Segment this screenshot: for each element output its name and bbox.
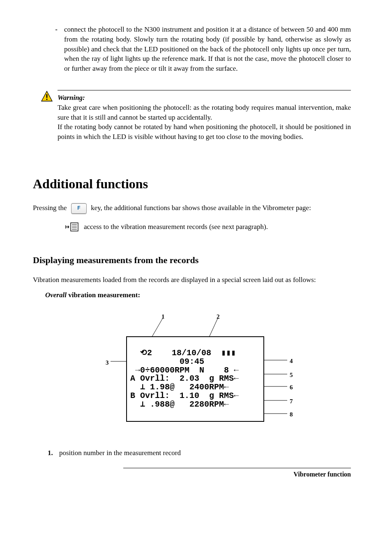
f-key-icon: F — [71, 203, 87, 214]
svg-line-8 — [151, 318, 163, 339]
lcd-row-1: ⟲2 18/10/08 ▮▮▮ — [130, 348, 236, 358]
list-item-number: 1. — [48, 448, 59, 458]
list-item-text: position number in the measurement recor… — [59, 448, 181, 458]
records-intro: Vibration measurements loaded from the r… — [33, 275, 351, 285]
bullet-dash: - — [54, 25, 64, 74]
lcd-row-4: A Ovrll: 2.03 g RMS← — [130, 374, 239, 383]
warning-icon — [41, 90, 58, 142]
lcd-row-6: B Ovrll: 1.10 g RMS← — [130, 391, 239, 400]
svg-rect-2 — [46, 99, 48, 100]
pressing-paragraph: Pressing the F key, the additional funct… — [33, 203, 351, 214]
lcd-row-2: 09:45 — [130, 357, 204, 366]
page-footer: Vibrometer function — [123, 468, 351, 479]
lcd-row-7: ⊥ .988@ 2280RPM← — [130, 400, 229, 409]
warning-text-2: If the rotating body cannot be rotated b… — [58, 122, 351, 142]
overall-label: Overall vibration measurement: — [45, 290, 351, 300]
records-icon — [65, 222, 84, 232]
warning-text-1: Take great care when positioning the pho… — [58, 103, 351, 123]
warning-body: Warning: Take great care when positionin… — [58, 90, 351, 142]
lcd-row-5: ⊥ 1.98@ 2400RPM← — [130, 382, 229, 392]
pressing-pre: Pressing the — [33, 204, 69, 212]
overall-label-italic: Overall — [45, 291, 67, 299]
overall-label-rest: vibration measurement: — [67, 291, 140, 299]
heading-displaying-measurements: Displaying measurements from the records — [33, 254, 359, 267]
warning-title: Warning: — [58, 94, 85, 102]
warning-block: Warning: Take great care when positionin… — [41, 90, 351, 142]
svg-rect-3 — [71, 223, 78, 231]
numbered-list: 1. position number in the measurement re… — [48, 448, 351, 458]
lcd-row-3: →0÷60000RPM N 8 ← — [130, 365, 239, 375]
heading-additional-functions: Additional functions — [33, 175, 359, 193]
svg-line-9 — [208, 318, 218, 339]
records-access-text: access to the vibration measurement reco… — [84, 222, 268, 232]
bullet-text: connect the photocell to the N300 instru… — [64, 25, 351, 74]
svg-rect-1 — [46, 94, 48, 98]
bullet-item: - connect the photocell to the N300 inst… — [54, 25, 351, 74]
pressing-post: key, the additional functions bar shows … — [91, 204, 311, 212]
list-item: 1. position number in the measurement re… — [48, 448, 351, 458]
lcd-figure: 1 2 3 4 5 6 7 8 ⟲2 18/10/08 ▮▮▮ 09:45 →0… — [73, 312, 319, 436]
lcd-screen: ⟲2 18/10/08 ▮▮▮ 09:45 →0÷60000RPM N 8 ← … — [126, 336, 264, 422]
records-access-row: access to the vibration measurement reco… — [65, 222, 359, 232]
